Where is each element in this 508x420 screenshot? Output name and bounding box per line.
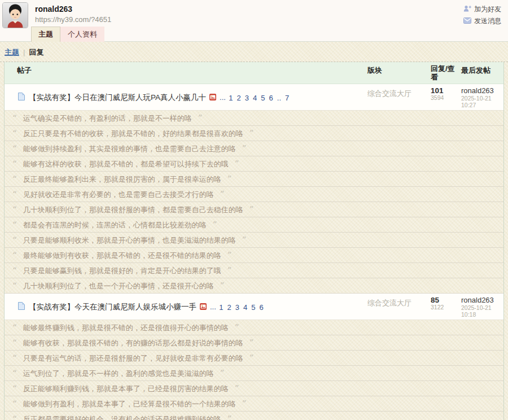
reply-quote-row[interactable]: “最终能够做到有收获，那就是不错的，还是很不错的结果的咯” xyxy=(5,248,503,263)
quote-text: 反正最终能够盈利出来，那就是很厉害的，属于是很幸运的咯 xyxy=(23,175,221,183)
avatar xyxy=(2,2,28,28)
quote-text: 能够有这样的收获，那就是不错的，都是希望可以持续下去的哦 xyxy=(23,160,229,168)
reply-quote-row[interactable]: “反正都是需要很好的机会，没有机会的话还是很难赚到钱的咯” xyxy=(5,412,503,420)
last-poster-name[interactable]: ronald263 xyxy=(461,87,504,95)
close-quote-mark: ” xyxy=(242,143,247,154)
open-quote-mark: “ xyxy=(12,399,17,409)
page-link[interactable]: 6 xyxy=(269,94,273,102)
page-link[interactable]: 6 xyxy=(260,303,264,312)
reply-quote-row[interactable]: “反正只要是有不错的收获，那就是不错的，好的结果都是很喜欢的咯” xyxy=(5,126,503,141)
quote-text: 几十块顺利到位了，也是一个开心的事情，还是很开心的咯 xyxy=(23,282,214,290)
open-quote-mark: “ xyxy=(12,128,17,138)
reply-quote-row[interactable]: “运气确实是不错的，有盈利的话，那就是不一样的咯” xyxy=(5,111,503,126)
header-last-post: 最后发帖 xyxy=(457,64,504,82)
reply-quote-row[interactable]: “能够做到持续盈利，其实是很难的事情，也是需要自己去注意的咯” xyxy=(5,141,503,156)
reply-quote-row[interactable]: “几十块顺利到位了，也是一个开心的事情，还是很开心的咯” xyxy=(5,278,503,294)
document-icon xyxy=(18,302,25,312)
reply-quote-row[interactable]: “运气到位了，那就是不一样的，盈利的感觉也是美滋滋的咯” xyxy=(5,366,503,381)
document-icon xyxy=(18,93,25,103)
header-forum: 版块 xyxy=(359,64,423,82)
open-quote-mark: “ xyxy=(12,383,17,393)
close-quote-mark: ” xyxy=(249,353,254,363)
profile-header: ronald263 https://hy39.com/?4651 加为好友 发送… xyxy=(0,0,508,42)
page-link[interactable]: 3 xyxy=(235,303,239,312)
page-link[interactable]: 4 xyxy=(243,303,247,312)
thread-pages: 123456..7 xyxy=(227,93,291,103)
quote-text: 都是会有连黑的时候，连黑的话，心情都是比较差劲的咯 xyxy=(23,221,207,229)
thread-table: 帖子 版块 回复/查看 最后发帖 【实战有奖】今日在澳门威尼斯人玩PA真人小赢几… xyxy=(4,62,504,420)
thread-title[interactable]: 【实战有奖】今日在澳门威尼斯人玩PA真人小赢几十 xyxy=(29,93,206,103)
reply-quote-row[interactable]: “只要是能够顺利收米，那就是开心的事情，也是美滋滋的结果的咯” xyxy=(5,233,503,248)
quote-text: 最终能够做到有收获，那就是不错的，还是很不错的结果的咯 xyxy=(23,251,221,260)
reply-quote-row[interactable]: “能够最终赚到钱，那就是很不错的，还是很值得开心的事情的咯” xyxy=(5,320,503,335)
page-link[interactable]: .. xyxy=(277,94,281,102)
send-message-label: 发送消息 xyxy=(474,16,501,26)
last-poster-name[interactable]: ronald263 xyxy=(461,296,504,304)
thread-post-cell: 【实战有奖】今天在澳门威尼斯人娱乐城小赚一手 ... 123456 xyxy=(5,296,359,318)
page-link[interactable]: 1 xyxy=(219,303,223,312)
tab-topics[interactable]: 主题 xyxy=(31,27,60,42)
quote-text: 几十块顺利到位了，那就是很舒服的事情，都是需要自己去稳住的咯 xyxy=(23,205,243,214)
page-link[interactable]: 4 xyxy=(253,94,257,102)
page-link[interactable]: 5 xyxy=(251,303,255,312)
attachment-image-icon xyxy=(200,302,207,312)
thread-reply-count: 85 xyxy=(431,296,457,304)
thread-row: 【实战有奖】今日在澳门威尼斯人玩PA真人小赢几十 ... 123456..7 综… xyxy=(5,84,503,111)
profile-url: https://hy39.com/?4651 xyxy=(35,15,111,24)
reply-quote-row[interactable]: “只要是能够赢到钱，那就是很好的，肯定是开心的结果的了哦” xyxy=(5,263,503,278)
quote-text: 只要是能够顺利收米，那就是开心的事情，也是美滋滋的结果的咯 xyxy=(23,236,236,244)
reply-quote-row[interactable]: “几十块顺利到位了，那就是很舒服的事情，都是需要自己去稳住的咯” xyxy=(5,202,503,217)
reply-quote-row[interactable]: “只要是有运气的话，那还是很舒服的了，见好就收是非常有必要的咯” xyxy=(5,351,503,366)
page-link[interactable]: 2 xyxy=(237,94,241,102)
profile-actions: 加为好友 发送消息 xyxy=(463,3,501,27)
open-quote-mark: “ xyxy=(12,220,17,230)
tab-profile-info[interactable]: 个人资料 xyxy=(60,27,104,42)
open-quote-mark: “ xyxy=(12,174,17,184)
open-quote-mark: “ xyxy=(12,353,17,363)
reply-quote-row[interactable]: “见好就收还是非常有必要的，也是需要自己去接受才行的咯” xyxy=(5,187,503,202)
reply-quote-row[interactable]: “能够有收获，那就是很不错的，有的赚的话那么都是好说的事情的咯” xyxy=(5,335,503,351)
close-quote-mark: ” xyxy=(235,383,239,393)
close-quote-mark: ” xyxy=(220,189,225,199)
thread-title[interactable]: 【实战有奖】今天在澳门威尼斯人娱乐城小赚一手 xyxy=(29,302,196,312)
close-quote-mark: ” xyxy=(249,338,254,348)
send-message-button[interactable]: 发送消息 xyxy=(463,15,501,27)
open-quote-mark: “ xyxy=(12,281,17,291)
thread-view-count: 3594 xyxy=(431,95,457,101)
subnav-topics-link[interactable]: 主题 xyxy=(5,48,19,56)
subnav-replies-label[interactable]: 回复 xyxy=(29,48,43,56)
page-link[interactable]: 2 xyxy=(227,303,231,312)
quote-text: 只要是能够赢到钱，那就是很好的，肯定是开心的结果的了哦 xyxy=(23,266,221,275)
quote-text: 运气到位了，那就是不一样的，盈利的感觉也是美滋滋的咯 xyxy=(23,369,214,378)
reply-quote-row[interactable]: “反正最终能够盈利出来，那就是很厉害的，属于是很幸运的咯” xyxy=(5,172,503,187)
quote-text: 能够做到持续盈利，其实是很难的事情，也是需要自己去注意的咯 xyxy=(23,145,236,153)
reply-quote-row[interactable]: “反正能够顺利赚到钱，那就是本事了，已经是很厉害的结果的咯” xyxy=(5,381,503,396)
table-body: 【实战有奖】今日在澳门威尼斯人玩PA真人小赢几十 ... 123456..7 综… xyxy=(5,84,503,420)
open-quote-mark: “ xyxy=(12,159,17,169)
reply-quote-row[interactable]: “能够做到有盈利，那就是本事了，已经算是很不错的一个结果的咯” xyxy=(5,396,503,412)
open-quote-mark: “ xyxy=(12,368,17,378)
page-link[interactable]: 7 xyxy=(285,94,289,102)
reply-quote-row[interactable]: “都是会有连黑的时候，连黑的话，心情都是比较差劲的咯” xyxy=(5,217,503,233)
close-quote-mark: ” xyxy=(220,281,225,291)
add-friend-label: 加为好友 xyxy=(474,5,501,14)
add-friend-button[interactable]: 加为好友 xyxy=(463,3,501,15)
thread-pages: 123456 xyxy=(217,302,265,312)
page-link[interactable]: 1 xyxy=(229,94,233,102)
close-quote-mark: ” xyxy=(242,235,247,245)
page-link[interactable]: 5 xyxy=(261,94,265,102)
thread-ellipsis: ... xyxy=(220,93,226,102)
content-subnav: 主题|回复 xyxy=(0,42,508,62)
close-quote-mark: ” xyxy=(227,414,232,420)
subnav-separator: | xyxy=(23,48,25,56)
page-link[interactable]: 3 xyxy=(245,94,249,102)
thread-forum[interactable]: 综合交流大厅 xyxy=(359,87,423,108)
send-message-icon xyxy=(463,18,471,25)
close-quote-mark: ” xyxy=(227,174,232,184)
thread-replies-views-cell: 101 3594 xyxy=(423,87,457,108)
reply-quote-row[interactable]: “能够有这样的收获，那就是不错的，都是希望可以持续下去的哦” xyxy=(5,156,503,172)
open-quote-mark: “ xyxy=(12,189,17,199)
thread-forum[interactable]: 综合交流大厅 xyxy=(359,296,423,318)
open-quote-mark: “ xyxy=(12,338,17,348)
open-quote-mark: “ xyxy=(12,113,17,123)
